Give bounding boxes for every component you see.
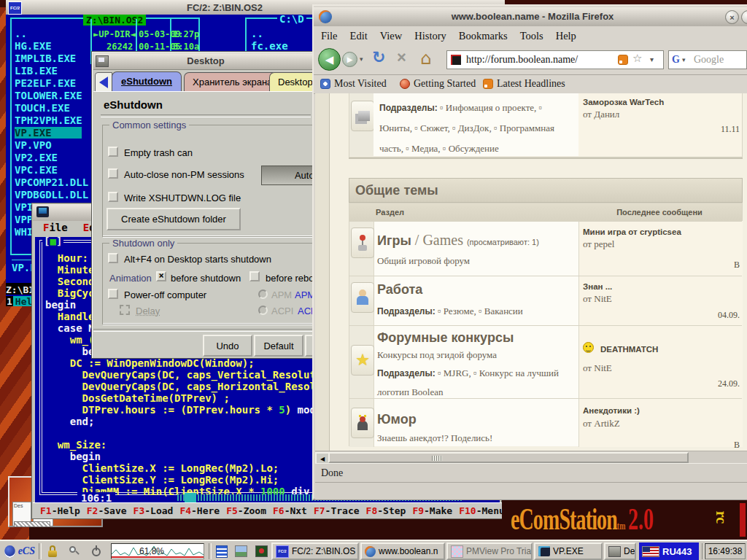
lock-button[interactable] [42,543,63,559]
menu-tools[interactable]: Tools [520,30,543,42]
vp-close-glyph[interactable]: [■] [42,237,63,247]
delay-checkbox[interactable] [120,305,130,315]
file-item[interactable]: VP2.EXE [15,152,58,163]
fkey-f7[interactable]: F7-Trace [314,505,360,516]
create-eshutdown-folder-button[interactable]: Create eShutdown folder [107,208,241,230]
file-item[interactable]: TOUCH.EXE [15,102,70,114]
file-item[interactable]: TOLOWER.EXE [15,90,82,101]
keyboard-layout-indicator[interactable]: RU443 [639,542,699,560]
forum-title[interactable]: Игры / Games (просматривают: 1) [377,232,539,249]
cpu-meter[interactable]: 61,8% [111,543,204,559]
close-button[interactable]: × [725,10,739,24]
file-item[interactable]: PE2ELF.EXE [15,77,76,89]
subforum-links[interactable]: ▫ Резюме, ▫ Вакансии [438,306,523,316]
back-button[interactable]: ◀ [318,48,341,71]
pictures-button[interactable] [232,543,249,559]
fkey-f10[interactable]: F10-Menu [459,505,502,516]
fkey-f2[interactable]: F2-Save [87,505,127,516]
home-button[interactable]: ⌂ [420,48,431,69]
fkey-f3[interactable]: F3-Load [133,505,174,516]
bookmark-getting-started[interactable]: Getting Started [414,78,476,90]
vp-hscroll-thumb[interactable] [185,493,196,502]
writelog-checkbox[interactable] [108,192,118,202]
file-item[interactable]: VPDBGDLL.DLL [15,189,88,201]
file-item[interactable]: LIB.EXE [15,65,58,77]
tab-eshutdown[interactable]: eShutdown [112,71,182,91]
fkey-f6[interactable]: F6-Nxt [273,505,307,516]
fkey-f1[interactable]: F1-Help [40,505,80,516]
tab-scroll-left[interactable] [95,72,112,93]
forum-title[interactable]: Работа [377,282,422,298]
forum-title[interactable]: Юмор [377,412,417,427]
menu-view[interactable]: View [380,30,403,42]
fkey-f8[interactable]: F8-Step [366,505,406,516]
empty-trash-checkbox[interactable] [108,147,118,157]
taskbar-button-vp[interactable]: VP.EXE [534,542,603,560]
bookmark-star-icon[interactable]: ☆ [632,52,642,65]
last-post-title[interactable]: Анекдотики :) [578,399,742,415]
url-bar[interactable]: http://forum.boolean.name/ ☆ ▾ [446,50,664,69]
bookmark-most-visited[interactable]: Most Visited [334,78,387,90]
ecs-menu-button[interactable]: eCS [1,542,38,560]
taskbar-clock[interactable]: 16:49:38 [705,543,746,559]
altf4-checkbox[interactable] [108,253,118,263]
partial-window-button[interactable] [741,10,747,24]
acpi-radio[interactable] [258,306,268,315]
file-item[interactable]: VPCOMP21.DLL [15,176,88,188]
menu-bookmarks[interactable]: Bookmarks [459,30,508,42]
file-item[interactable]: HG.EXE [15,40,52,52]
last-post-author[interactable]: от Данил [578,106,742,120]
window-list-button[interactable] [213,543,231,559]
autoclose-checkbox[interactable] [108,168,118,179]
google-logo-icon[interactable]: G [672,54,680,66]
last-post-title[interactable]: Заморозка WarTech [578,93,742,106]
before-reboot-checkbox[interactable] [249,271,260,281]
file-item[interactable]: VPC.EXE [15,164,58,176]
search-engine-dropdown-icon[interactable]: ▾ [682,56,686,63]
horizontal-scrollbar[interactable]: ◀ [315,451,747,464]
scrollbar-thumb[interactable] [328,452,689,463]
last-post-author[interactable]: от NitE [583,362,612,374]
poweroff-checkbox[interactable] [108,289,118,299]
last-post-author[interactable]: от ArtikZ [578,415,742,429]
joystick-icon[interactable] [351,228,374,258]
fkey-f5[interactable]: F5-Zoom [226,505,266,516]
url-text[interactable]: http://forum.boolean.name/ [466,54,578,66]
menu-edit[interactable]: Edit [350,30,368,42]
forum-title[interactable]: Форумные конкурсы [377,330,514,346]
file-item[interactable]: fc.exe [251,40,288,52]
apm-radio[interactable] [258,289,268,299]
before-shutdown-checkbox[interactable] [156,271,166,281]
firefox-titlebar[interactable]: www.boolean.name - Mozilla Firefox × [314,7,747,27]
taskbar-button-desktop[interactable]: De [604,542,636,560]
default-button[interactable]: Default [254,335,303,357]
fkey-f4[interactable]: F4-Here [179,505,220,516]
stop-button[interactable]: × [397,48,406,67]
menu-history[interactable]: History [414,30,446,42]
file-item-selected[interactable]: VP.EXE [15,127,82,139]
rss-icon[interactable] [618,55,628,65]
url-dropdown-icon[interactable]: ▾ [650,55,654,63]
last-post-title[interactable]: Знан ... [578,276,742,291]
media-button[interactable] [252,543,270,559]
power-button[interactable] [86,543,107,559]
taskbar-button-fc2[interactable]: FC/2 FC/2: Z:\BIN.OS [271,542,359,560]
back-dropdown-icon[interactable]: ▾ [360,55,363,63]
menu-file[interactable]: File [321,30,338,42]
file-item[interactable]: .. [15,28,27,39]
fkey-f9[interactable]: F9-Make [412,505,452,516]
last-post-title[interactable]: Мини игра от crypticsea [578,222,742,236]
file-item[interactable]: TPH2VPH.EXE [15,114,82,126]
vp-fkey-bar[interactable]: F1-Help F2-Save F3-Load F4-Here F5-Zoom … [33,502,502,518]
last-post-author[interactable]: от pepel [578,236,742,250]
file-item[interactable]: VP.VPO [15,139,52,151]
devil-icon[interactable] [351,408,374,438]
tab-desktop[interactable]: Desktop [269,72,319,91]
search-button[interactable] [64,543,85,559]
person-icon[interactable] [351,282,374,313]
tab-screensaver[interactable]: Хранитель экрана [184,72,281,91]
auto-side-button[interactable]: Auto- [261,166,319,185]
last-post-author[interactable]: от NitE [578,291,742,305]
star-icon[interactable]: ★ [351,345,374,376]
vp-menu-file[interactable]: File [43,222,68,233]
